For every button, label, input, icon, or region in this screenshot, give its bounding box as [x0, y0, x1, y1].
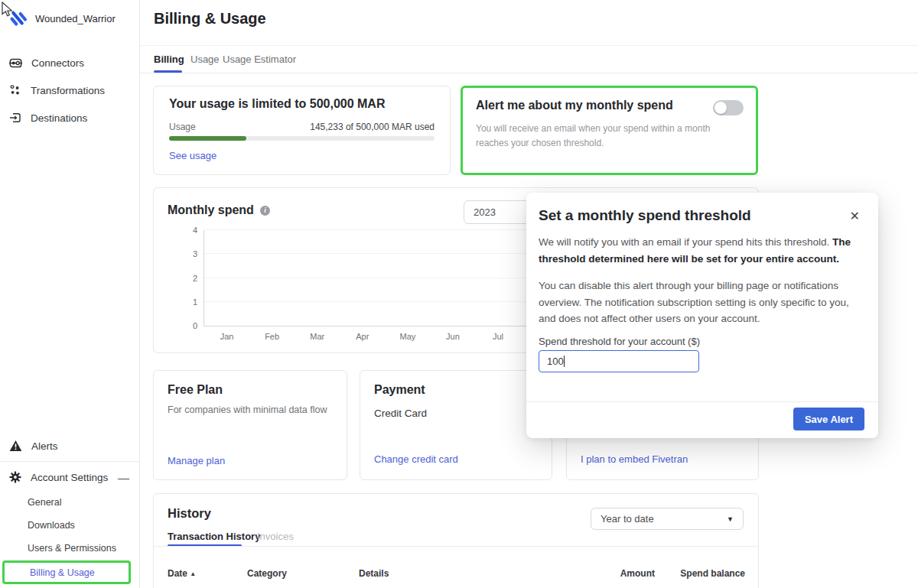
sidebar-item-label: Alerts	[31, 440, 58, 452]
threshold-input[interactable]	[539, 350, 699, 372]
monthly-spend-title-row: Monthly spend i	[168, 203, 270, 217]
chart-x-tick: Jul	[493, 332, 503, 341]
tab-transaction-history[interactable]: Transaction History	[168, 531, 260, 542]
see-usage-link[interactable]: See usage	[169, 150, 216, 161]
account-name: Wounded_Warrior	[35, 13, 116, 24]
sidebar-item-label: Destinations	[31, 112, 87, 124]
chart-x-tick: Feb	[265, 332, 279, 341]
tabs-border	[140, 73, 918, 73]
chart-y-tick: 0	[193, 321, 197, 330]
threshold-input-label: Spend threshold for your account ($)	[539, 336, 700, 347]
usage-meta-row: Usage 145,233 of 500,000 MAR used	[169, 122, 435, 132]
chevron-down-icon: ▼	[727, 515, 734, 523]
chart-x-tick: Jan	[220, 332, 234, 341]
info-icon[interactable]: i	[260, 206, 270, 216]
tab-invoices[interactable]: Invoices	[257, 531, 294, 542]
sidebar-item-label: Account Settings	[31, 472, 108, 483]
embed-fivetran-link[interactable]: I plan to embed Fivetran	[581, 453, 688, 465]
chart-x-tick: Mar	[310, 332, 324, 341]
column-header-details[interactable]: Details	[359, 568, 389, 579]
transformations-icon	[9, 84, 21, 96]
column-header-amount[interactable]: Amount	[620, 568, 655, 579]
chart-x-tick: Apr	[356, 332, 369, 341]
sidebar-item-alerts[interactable]: Alerts	[0, 434, 139, 458]
change-credit-card-link[interactable]: Change credit card	[374, 453, 458, 465]
chart-x-tick: Jun	[446, 332, 460, 341]
modal-title: Set a monthly spend threshold	[539, 207, 751, 224]
sort-ascending-icon: ▲	[190, 570, 196, 577]
tab-usage[interactable]: Usage	[190, 46, 220, 73]
sidebar-subitem-label: Users & Permissions	[28, 543, 116, 554]
manage-plan-link[interactable]: Manage plan	[168, 455, 225, 466]
close-icon[interactable]: ✕	[850, 209, 860, 223]
connectors-icon	[9, 57, 22, 70]
sidebar-subitem-label: Billing & Usage	[30, 567, 95, 578]
payment-card: Payment Credit Card Change credit card	[360, 370, 552, 480]
modal-paragraph-1: We will notify you with an email if your…	[539, 234, 858, 268]
save-alert-button[interactable]: Save Alert	[793, 408, 864, 430]
chart-y-tick: 3	[193, 249, 197, 258]
page-title: Billing & Usage	[154, 10, 266, 28]
tab-usage-estimator[interactable]: Usage Estimator	[223, 46, 296, 73]
sidebar-divider	[0, 461, 139, 462]
sidebar-item-label: Transformations	[31, 85, 105, 96]
spend-threshold-modal: Set a monthly spend threshold ✕ We will …	[526, 193, 878, 438]
collapse-section-icon[interactable]: —	[118, 471, 129, 484]
sidebar-item-users-permissions[interactable]: Users & Permissions	[0, 538, 139, 559]
usage-progress-track	[169, 136, 435, 141]
sidebar-item-destinations[interactable]: Destinations	[0, 106, 139, 130]
toggle-knob	[715, 102, 727, 114]
chart-y-tick: 4	[193, 226, 197, 235]
sidebar-item-connectors[interactable]: Connectors	[0, 50, 139, 75]
spend-alert-toggle[interactable]	[713, 100, 744, 115]
sidebar-subitem-label: Downloads	[28, 520, 75, 531]
usage-progress-fill	[169, 136, 246, 141]
sidebar-item-downloads[interactable]: Downloads	[0, 515, 139, 536]
gear-icon	[9, 471, 21, 483]
chart-x-tick: May	[399, 332, 415, 341]
sidebar-item-general[interactable]: General	[0, 492, 139, 513]
alert-triangle-icon	[9, 440, 22, 452]
sidebar: Wounded_Warrior Connectors Transformatio…	[0, 0, 140, 588]
sidebar-subitem-label: General	[28, 497, 61, 508]
sidebar-item-account-settings[interactable]: Account Settings —	[0, 465, 139, 489]
column-label: Date	[168, 568, 187, 579]
chart-y-tick: 2	[193, 274, 197, 283]
date-range-select[interactable]: Year to date ▼	[591, 508, 744, 530]
year-select-value: 2023	[474, 206, 496, 218]
usage-limit-card: Your usage is limited to 500,000 MAR Usa…	[153, 86, 451, 175]
payment-method: Credit Card	[374, 408, 427, 419]
usage-value: 145,233 of 500,000 MAR used	[310, 122, 435, 132]
column-header-date[interactable]: Date ▲	[168, 568, 196, 579]
sidebar-item-billing-usage[interactable]: Billing & Usage	[2, 560, 131, 584]
alert-card-description: You will receive an email when your spen…	[476, 122, 745, 150]
alert-card-title: Alert me about my monthly spend	[476, 99, 673, 112]
history-title: History	[168, 506, 211, 521]
modal-paragraph-2: You can disable this alert through your …	[539, 278, 858, 328]
account-switcher[interactable]: Wounded_Warrior	[9, 6, 116, 31]
history-card: History Year to date ▼ Transaction Histo…	[153, 493, 759, 588]
modal-body: We will notify you with an email if your…	[539, 234, 858, 327]
payment-card-title: Payment	[374, 383, 425, 397]
destinations-icon	[9, 112, 21, 124]
column-header-category[interactable]: Category	[247, 568, 287, 579]
modal-text: We will notify you with an email if your…	[539, 236, 832, 248]
history-tabs-border	[154, 546, 758, 547]
chart-y-tick: 1	[193, 297, 197, 307]
usage-label: Usage	[169, 122, 196, 132]
modal-footer-divider	[526, 401, 878, 402]
usage-card-title: Your usage is limited to 500,000 MAR	[169, 97, 385, 111]
plan-card-title: Free Plan	[168, 383, 223, 397]
column-header-spend-balance[interactable]: Spend balance	[680, 568, 745, 579]
sidebar-item-label: Connectors	[31, 57, 84, 69]
plan-card: Free Plan For companies with minimal dat…	[153, 370, 347, 480]
fivetran-logo-icon	[9, 6, 28, 31]
text-caret	[564, 356, 565, 367]
plan-card-description: For companies with minimal data flow	[168, 404, 332, 415]
monthly-spend-title: Monthly spend	[168, 203, 254, 217]
tab-billing[interactable]: Billing	[154, 46, 184, 73]
date-range-value: Year to date	[601, 513, 654, 525]
sidebar-item-transformations[interactable]: Transformations	[0, 78, 139, 102]
monthly-spend-alert-card: Alert me about my monthly spend You will…	[461, 86, 758, 175]
